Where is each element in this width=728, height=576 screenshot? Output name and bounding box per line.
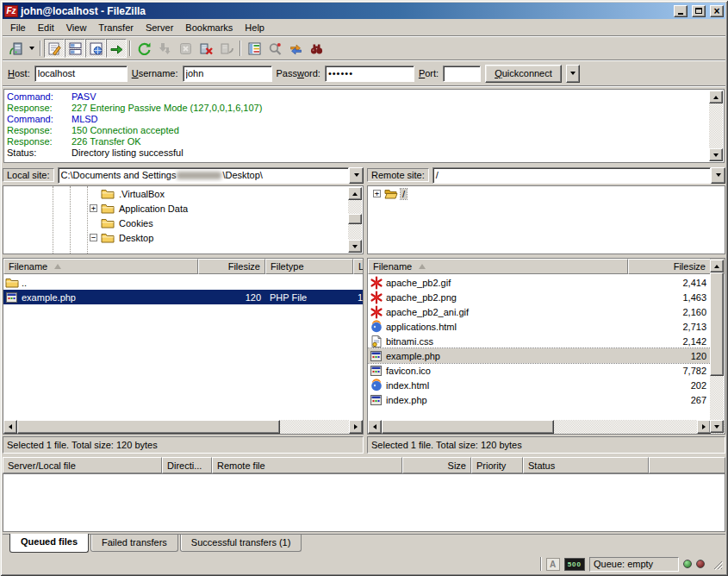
column-filetype[interactable]: Filetype <box>265 259 353 274</box>
scroll-down-button[interactable] <box>348 240 362 253</box>
username-input[interactable] <box>183 66 272 82</box>
scroll-down-button[interactable] <box>710 420 724 433</box>
log-scrollbar[interactable] <box>709 91 723 161</box>
file-row[interactable]: apache_pb2.gif2,414 <box>368 275 711 290</box>
column-size[interactable]: Size <box>402 457 471 473</box>
file-row-selected[interactable]: example.php120 <box>368 348 711 363</box>
arrow-right-icon <box>702 424 706 429</box>
remote-path-field[interactable]: / <box>432 167 711 184</box>
scroll-left-button[interactable] <box>368 420 382 434</box>
tab-failed-transfers[interactable]: Failed transfers <box>90 535 178 552</box>
column-last-modified[interactable]: L <box>353 259 364 274</box>
password-input[interactable] <box>325 66 414 82</box>
collapse-icon[interactable]: − <box>90 234 97 241</box>
scroll-up-button[interactable] <box>710 260 724 272</box>
toggle-remote-tree-button[interactable] <box>85 39 106 58</box>
remote-horizontal-scrollbar[interactable] <box>368 420 725 434</box>
toggle-message-log-button[interactable] <box>44 39 65 58</box>
tree-item-cookies[interactable]: Cookies <box>3 216 363 230</box>
remote-list-scrollbar[interactable] <box>710 260 724 433</box>
file-row[interactable]: favicon.ico7,782 <box>368 363 711 378</box>
scroll-track[interactable] <box>348 200 362 240</box>
file-row[interactable]: applications.html2,713 <box>368 319 711 334</box>
find-files-button[interactable] <box>306 39 327 58</box>
column-filesize[interactable]: Filesize <box>198 259 265 274</box>
local-path-field[interactable]: C:\Documents and Settings\Desktop\ <box>58 167 349 184</box>
column-filesize[interactable]: Filesize <box>628 259 711 274</box>
scroll-thumb[interactable] <box>710 272 724 376</box>
compare-directories-button[interactable] <box>264 39 285 58</box>
minimize-button[interactable] <box>674 5 688 17</box>
file-row-parent-dir[interactable]: .. <box>3 275 363 290</box>
local-tree-scrollbar[interactable] <box>348 187 362 253</box>
site-manager-dropdown[interactable] <box>26 39 37 58</box>
file-row[interactable]: apache_pb2_ani.gif2,160 <box>368 304 711 319</box>
menu-transfer[interactable]: Transfer <box>92 21 140 34</box>
menu-bookmarks[interactable]: Bookmarks <box>179 21 239 34</box>
file-row[interactable]: apache_pb2.png1,463 <box>368 290 711 304</box>
toggle-local-tree-button[interactable] <box>65 39 85 58</box>
remote-path-dropdown[interactable] <box>711 167 725 184</box>
scroll-right-button[interactable] <box>697 420 711 434</box>
scroll-left-button[interactable] <box>3 420 17 434</box>
file-row[interactable]: index.html202 <box>368 378 711 392</box>
scroll-right-button[interactable] <box>349 420 363 434</box>
expand-icon[interactable]: + <box>90 204 97 212</box>
resize-grip[interactable] <box>711 558 723 570</box>
column-filename[interactable]: Filename <box>368 259 628 274</box>
remote-site-combo[interactable]: / <box>432 167 725 184</box>
scroll-up-button[interactable] <box>709 91 723 103</box>
site-manager-button[interactable] <box>5 39 26 58</box>
local-path-dropdown[interactable] <box>349 167 364 184</box>
menu-help[interactable]: Help <box>239 21 271 34</box>
port-input[interactable] <box>443 66 481 82</box>
expand-icon[interactable]: + <box>373 190 381 197</box>
synchronized-browsing-button[interactable] <box>285 39 306 58</box>
host-input[interactable] <box>34 66 128 82</box>
disconnect-button[interactable] <box>196 39 216 58</box>
menu-view[interactable]: View <box>60 21 93 34</box>
file-row-example-php[interactable]: example.php 120 PHP File 1 <box>3 290 363 304</box>
scroll-thumb[interactable] <box>382 420 554 434</box>
scroll-track[interactable] <box>710 272 724 420</box>
menu-server[interactable]: Server <box>140 21 179 34</box>
tab-queued-files[interactable]: Queued files <box>9 534 89 553</box>
scroll-thumb[interactable] <box>17 420 280 434</box>
tree-item-desktop[interactable]: − Desktop <box>3 230 363 245</box>
column-filename[interactable]: Filename <box>3 259 198 274</box>
local-site-combo[interactable]: C:\Documents and Settings\Desktop\ <box>58 167 364 184</box>
scroll-down-button[interactable] <box>709 148 723 161</box>
quickconnect-button[interactable]: Quickconnect <box>485 65 562 83</box>
column-server-local-file[interactable]: Server/Local file <box>3 457 162 473</box>
scroll-track[interactable] <box>280 420 349 434</box>
close-button[interactable]: × <box>710 5 724 17</box>
process-queue-button[interactable] <box>154 39 175 58</box>
scroll-track[interactable] <box>554 420 697 434</box>
column-priority[interactable]: Priority <box>471 457 523 473</box>
quickconnect-dropdown[interactable] <box>566 65 580 83</box>
scroll-thumb[interactable] <box>348 214 362 224</box>
tree-item-virtualbox[interactable]: .VirtualBox <box>3 186 363 201</box>
menu-edit[interactable]: Edit <box>32 21 60 34</box>
maximize-button[interactable] <box>692 5 706 17</box>
directory-filters-button[interactable] <box>244 39 264 58</box>
reconnect-button[interactable] <box>216 39 237 58</box>
toolbar-separator <box>240 41 241 56</box>
scroll-track[interactable] <box>709 103 723 148</box>
tree-item-root[interactable]: + / <box>368 186 725 201</box>
remote-site-label: Remote site: <box>367 168 429 182</box>
local-horizontal-scrollbar[interactable] <box>3 420 363 434</box>
column-remote-file[interactable]: Remote file <box>212 457 402 473</box>
title-bar[interactable]: Fz john@localhost - FileZilla × <box>3 3 725 19</box>
file-row[interactable]: index.php267 <box>368 392 711 407</box>
refresh-button[interactable] <box>134 39 154 58</box>
cancel-operation-button[interactable] <box>175 39 196 58</box>
column-direction[interactable]: Directi... <box>162 457 212 473</box>
column-status[interactable]: Status <box>523 457 649 473</box>
file-row[interactable]: bitnami.css2,142 <box>368 334 711 348</box>
tree-item-application-data[interactable]: + Application Data <box>3 201 363 216</box>
scroll-up-button[interactable] <box>348 187 362 200</box>
tab-successful-transfers[interactable]: Successful transfers (1) <box>180 535 302 552</box>
menu-file[interactable]: File <box>4 21 32 34</box>
toggle-transfer-queue-button[interactable] <box>106 39 127 58</box>
